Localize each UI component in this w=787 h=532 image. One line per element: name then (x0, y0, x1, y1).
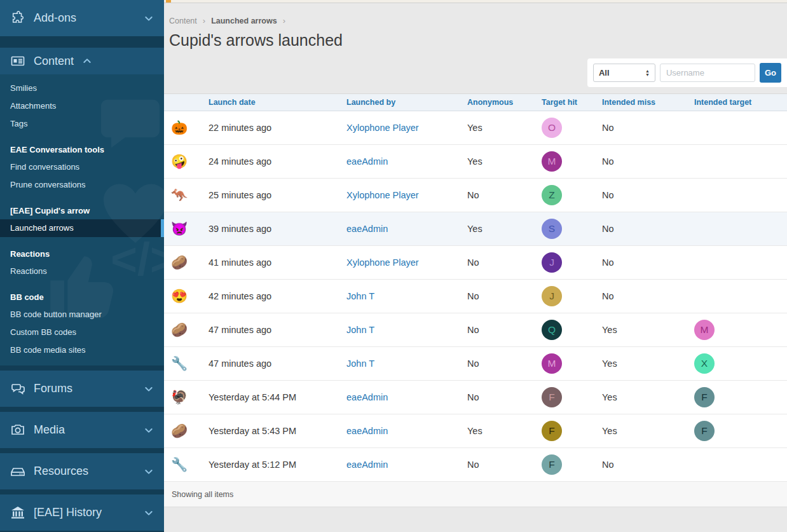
table-row: 🦘 25 minutes ago Xylophone Player No Z N… (164, 179, 787, 212)
target-hit-avatar[interactable]: Z (542, 185, 562, 205)
target-hit-avatar[interactable]: F (542, 387, 562, 407)
launch-date-cell: 47 minutes ago (209, 358, 346, 369)
launch-date-cell: 41 minutes ago (209, 257, 346, 268)
sidebar-section-eae-history[interactable]: [EAE] History (0, 494, 164, 531)
target-hit-avatar[interactable]: Q (542, 320, 562, 340)
chevron-down-icon (144, 467, 154, 477)
active-tab-marker (166, 0, 171, 3)
intended-target-cell: F (694, 387, 787, 407)
sidebar-item-tags[interactable]: Tags (0, 115, 164, 133)
launched-by-link[interactable]: eaeAdmin (346, 156, 388, 167)
contact-card-icon (10, 53, 25, 69)
table-header-row: Launch date Launched by Anonymous Target… (164, 94, 787, 111)
anonymous-cell: Yes (467, 224, 542, 234)
anonymous-cell: Yes (467, 123, 542, 133)
sidebar-item-bb-code-media-sites[interactable]: BB code media sites (0, 341, 164, 359)
chevron-down-icon (144, 508, 154, 518)
showing-all-items-text: Showing all items (172, 490, 233, 499)
table-row: 🦃 Yesterday at 5:44 PM eaeAdmin No F Yes… (164, 381, 787, 414)
table-row: 🥔 Yesterday at 5:43 PM eaeAdmin Yes F Ye… (164, 414, 787, 448)
target-hit-avatar[interactable]: J (542, 252, 562, 273)
launched-by-link[interactable]: eaeAdmin (346, 224, 388, 234)
sidebar-item-find-conversations[interactable]: Find conversations (0, 158, 164, 176)
table-row: 🥔 41 minutes ago Xylophone Player No J N… (164, 246, 787, 280)
sidebar-item-bb-code-button-manager[interactable]: BB code button manager (0, 306, 164, 324)
filter-type-select[interactable]: All ▲▼ (593, 64, 655, 82)
launch-date-cell: 22 minutes ago (209, 123, 346, 133)
sidebar-group-eae-cupids-arrow: [EAE] Cupid's arrow (0, 203, 164, 219)
intended-target-cell: F (694, 421, 787, 441)
col-header-launched-by: Launched by (346, 98, 467, 107)
sidebar-item-prune-conversations[interactable]: Prune conversations (0, 176, 164, 194)
sidebar-item-reactions[interactable]: Reactions (0, 263, 164, 280)
sidebar-section-label: [EAE] History (34, 506, 135, 519)
launch-date-cell: 39 minutes ago (209, 224, 346, 234)
sidebar-group-bb-code: BB code (0, 289, 164, 306)
intended-miss-cell: No (602, 123, 694, 133)
target-hit-avatar[interactable]: S (542, 219, 562, 239)
sidebar-divider (0, 489, 164, 494)
launched-by-link[interactable]: John T (346, 358, 374, 369)
intended-miss-cell: Yes (602, 325, 694, 335)
intended-target-avatar[interactable]: F (694, 421, 715, 441)
launched-by-link[interactable]: Xylophone Player (346, 257, 419, 268)
chevron-down-icon (144, 13, 154, 24)
launched-by-link[interactable]: Xylophone Player (346, 190, 419, 200)
sidebar-section-forums[interactable]: Forums (0, 371, 164, 407)
launched-by-link[interactable]: Xylophone Player (346, 123, 419, 133)
sidebar-group-eae-conversation-tools: EAE Conversation tools (0, 142, 164, 158)
sidebar-item-smilies[interactable]: Smilies (0, 79, 164, 97)
content-submenu: Smilies Attachments Tags EAE Conversatio… (0, 74, 164, 365)
filter-type-selected-value: All (599, 68, 610, 78)
breadcrumb-launched-arrows-link[interactable]: Launched arrows (211, 17, 277, 25)
sidebar-item-attachments[interactable]: Attachments (0, 97, 164, 115)
target-hit-avatar[interactable]: M (542, 151, 562, 172)
anonymous-cell: No (467, 291, 542, 301)
username-input[interactable] (660, 64, 755, 82)
intended-target-cell: X (694, 353, 787, 374)
potato-emoji-icon: 🥔 (164, 423, 209, 439)
chevron-up-icon (82, 56, 92, 66)
sidebar-section-label: Media (34, 423, 135, 437)
sidebar-item-custom-bb-codes[interactable]: Custom BB codes (0, 324, 164, 341)
intended-target-avatar[interactable]: F (694, 387, 715, 407)
launched-by-link[interactable]: eaeAdmin (346, 460, 388, 470)
sidebar-section-media[interactable]: Media (0, 412, 164, 448)
sidebar-section-add-ons[interactable]: Add-ons (0, 0, 164, 36)
breadcrumb: Content › Launched arrows › (169, 16, 787, 25)
potato-emoji-icon: 🥔 (164, 255, 209, 270)
breadcrumb-separator: › (203, 16, 205, 25)
puzzle-icon (10, 11, 25, 26)
col-header-intended-target: Intended target (694, 98, 787, 107)
launched-by-link[interactable]: eaeAdmin (346, 426, 388, 436)
target-hit-avatar[interactable]: O (542, 118, 562, 138)
intended-target-avatar[interactable]: X (694, 353, 715, 374)
anonymous-cell: No (467, 358, 542, 369)
target-hit-avatar[interactable]: J (542, 286, 562, 306)
breadcrumb-content-link[interactable]: Content (169, 17, 197, 25)
filter-box: All ▲▼ Go (587, 58, 787, 87)
target-hit-avatar[interactable]: F (542, 454, 562, 475)
breadcrumb-separator: › (283, 16, 285, 25)
table-row: 🤪 24 minutes ago eaeAdmin Yes M No (164, 145, 787, 179)
anonymous-cell: No (467, 460, 542, 470)
sidebar-section-resources[interactable]: Resources (0, 453, 164, 489)
intended-miss-cell: Yes (602, 426, 694, 436)
page-header: Content › Launched arrows › Cupid's arro… (164, 3, 787, 50)
table-row: 👿 39 minutes ago eaeAdmin Yes S No (164, 212, 787, 246)
launched-by-link[interactable]: John T (346, 325, 374, 335)
launched-arrows-table: Launch date Launched by Anonymous Target… (164, 93, 787, 507)
top-strip (164, 0, 787, 3)
launched-by-link[interactable]: John T (346, 291, 374, 301)
intended-target-avatar[interactable]: M (694, 320, 715, 340)
go-button[interactable]: Go (760, 63, 781, 83)
sidebar-item-launched-arrows[interactable]: Launched arrows (0, 219, 164, 237)
intended-miss-cell: No (602, 257, 694, 268)
launched-by-link[interactable]: eaeAdmin (346, 392, 388, 402)
wrench-emoji-icon: 🔧 (164, 356, 209, 371)
target-hit-avatar[interactable]: M (542, 353, 562, 374)
kangaroo-emoji-icon: 🦘 (164, 188, 209, 203)
target-hit-avatar[interactable]: F (542, 421, 562, 441)
sidebar-section-content[interactable]: Content (0, 48, 164, 74)
launch-date-cell: 25 minutes ago (209, 190, 346, 200)
